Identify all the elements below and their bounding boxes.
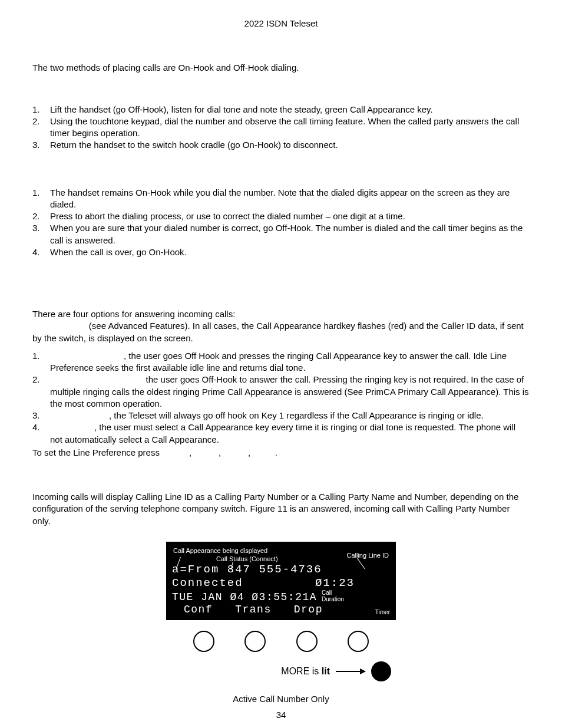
annot-call-appearance: Call Appearance being displayed [173, 546, 267, 555]
softkey-label-drop: Drop [294, 604, 323, 617]
list-text: When the call is over, go On-Hook. [50, 246, 530, 258]
list-item: 2.Using the touchtone keypad, dial the n… [32, 116, 530, 140]
softkey-label-conf: Conf [184, 604, 213, 617]
set-preference-line: To set the Line Preference press , , , . [32, 447, 530, 459]
list-text: the user goes Off-Hook to answer the cal… [50, 374, 530, 410]
annot-calling-line-id: Calling Line ID [346, 551, 389, 560]
annot-call-status: Call Status (Connect) [216, 555, 278, 564]
list-item: 3.When you are sure that your dialed num… [32, 222, 530, 246]
softkey-button-3[interactable] [296, 631, 318, 652]
side-duration: Duration [322, 596, 344, 602]
list-number: 1. [32, 187, 50, 199]
softkey-button-1[interactable] [193, 631, 214, 652]
list-text: Lift the handset (go Off-Hook), listen f… [50, 104, 530, 116]
list-text: , the user must select a Call Appearance… [50, 421, 530, 446]
clid-paragraph: Incoming calls will display Calling Line… [32, 491, 530, 527]
list-item: 3.Return the handset to the switch hook … [32, 139, 530, 151]
list-number: 3. [32, 139, 50, 151]
list-item: 1.The handset remains On-Hook while you … [32, 187, 530, 211]
softkey-buttons-row [166, 620, 396, 658]
answer-intro-1: There are four options for answering inc… [32, 308, 530, 320]
list-text: Return the handset to the switch hook cr… [50, 139, 530, 151]
list-item: 3. , the Teleset will always go off hook… [32, 410, 530, 421]
list-text: Press to abort the dialing process, or u… [50, 210, 530, 222]
lcd-annotations: Call Appearance being displayed Call Sta… [172, 546, 390, 563]
list-number: 2. [32, 210, 50, 222]
lcd-timer-value: Ø1:23 [315, 577, 355, 590]
lcd-line-1: a=From 847 555-4736 [172, 563, 390, 577]
lcd-datetime: TUE JAN Ø4 Ø3:55:21A [172, 591, 317, 604]
side-timer: Timer [375, 608, 390, 617]
more-text: MORE is [281, 666, 321, 676]
list-text: Using the touchtone keypad, dial the num… [50, 116, 530, 140]
softkey-button-4[interactable] [348, 631, 369, 652]
list-item: 4. , the user must select a Call Appeara… [32, 421, 530, 446]
lcd-screen: Call Appearance being displayed Call Sta… [166, 542, 396, 620]
arrow-icon [336, 671, 365, 672]
list-text: The handset remains On-Hook while you di… [50, 187, 530, 211]
list-number: 1. [32, 104, 50, 116]
onhook-list: 1.The handset remains On-Hook while you … [32, 187, 530, 259]
list-item: 1.Lift the handset (go Off-Hook), listen… [32, 104, 530, 116]
list-number: 1. [32, 350, 50, 362]
list-text: , the user goes Off Hook and presses the… [50, 350, 530, 374]
figure-caption: Active Call Number Only [233, 693, 329, 705]
more-indicator-row: MORE is lit [166, 658, 396, 685]
list-number: 2. [32, 116, 50, 127]
list-text: , the Teleset will always go off hook on… [50, 410, 530, 421]
more-led-icon [371, 661, 391, 681]
lcd-side-label: Call Duration [322, 589, 344, 604]
softkey-button-2[interactable] [244, 631, 266, 652]
list-item: 1. , the user goes Off Hook and presses … [32, 350, 530, 374]
answer-list: 1. , the user goes Off Hook and presses … [32, 350, 530, 446]
more-label: MORE is lit [281, 665, 330, 678]
list-text: When you are sure that your dialed numbe… [50, 222, 530, 246]
side-call: Call [322, 589, 332, 596]
list-item: 2. the user goes Off-Hook to answer the … [32, 374, 530, 410]
page-header: 2022 ISDN Teleset [32, 18, 530, 29]
softkey-label-trans: Trans [235, 604, 272, 617]
more-lit-text: lit [322, 666, 330, 676]
figure-wrap: Call Appearance being displayed Call Sta… [32, 542, 530, 705]
list-number: 3. [32, 410, 50, 421]
lcd-figure: Call Appearance being displayed Call Sta… [166, 542, 396, 685]
list-number: 4. [32, 421, 50, 433]
intro-paragraph: The two methods of placing calls are On-… [32, 62, 530, 74]
list-number: 3. [32, 222, 50, 234]
list-item: 2.Press to abort the dialing process, or… [32, 210, 530, 222]
page-number: 34 [0, 709, 562, 721]
lcd-status-text: Connected [172, 577, 243, 590]
list-number: 2. [32, 374, 50, 386]
list-item: 4.When the call is over, go On-Hook. [32, 246, 530, 258]
offhook-list: 1.Lift the handset (go Off-Hook), listen… [32, 104, 530, 151]
answer-intro-2: (see Advanced Features). In all cases, t… [32, 320, 530, 344]
list-number: 4. [32, 246, 50, 258]
